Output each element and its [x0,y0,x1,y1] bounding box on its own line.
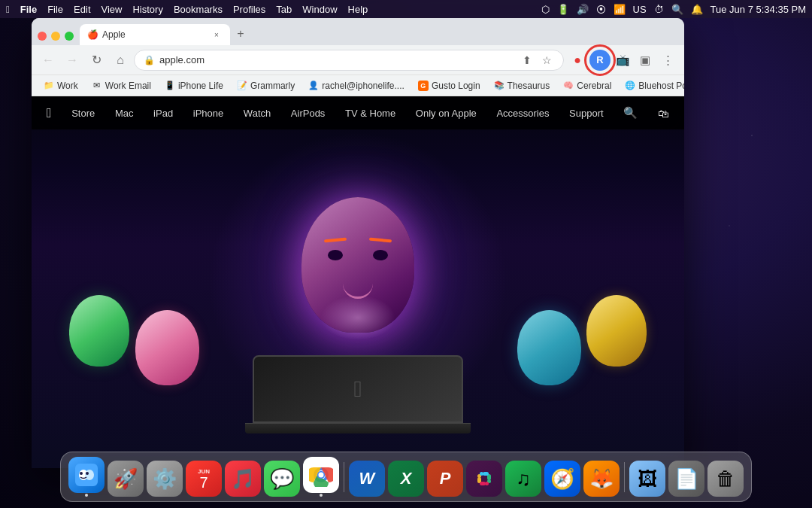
more-menu-button[interactable]: ⋮ [657,50,678,71]
dock-item-powerpoint[interactable]: P [427,461,463,497]
bookmark-thesaurus[interactable]: 📚 Thesaurus [488,78,556,94]
volume-icon[interactable]: 🔊 [577,4,589,15]
launchpad-icon[interactable]: 🚀 [108,461,144,497]
apple-nav-mac[interactable]: Mac [115,108,134,119]
bookmark-work[interactable]: 📁 Work [38,78,84,94]
bookmark-work-icon: 📁 [44,81,54,91]
apple-nav-store[interactable]: Store [71,108,95,119]
cast-icon[interactable]: 📺 [612,50,633,71]
menubar-history[interactable]: History [132,4,162,15]
trash-icon[interactable]: 🗑 [707,461,744,497]
minimize-button[interactable] [51,32,60,41]
split-view-icon[interactable]: ▣ [635,50,656,71]
menubar-tab[interactable]: Tab [276,4,292,15]
dock-item-spotify[interactable]: ♫ [505,461,541,497]
menubar-app-name[interactable]: File [20,4,37,15]
address-bar: ← → ↻ ⌂ 🔒 apple.com ⬆ ☆ ● R 📺 [32,45,684,75]
firefox-icon[interactable]: 🦊 [583,461,620,497]
dock-item-preview[interactable]: 🖼 [629,461,665,497]
messages-icon[interactable]: 💬 [264,461,300,497]
dock-item-files[interactable]: 📄 [668,461,704,497]
dock-item-excel[interactable]: X [388,461,424,497]
dock-item-safari[interactable]: 🧭 [544,461,580,497]
menubar-edit[interactable]: Edit [74,4,90,15]
bookmark-gusto[interactable]: G Gusto Login [412,78,486,94]
bookmark-iphonelife[interactable]: 📱 iPhone Life [159,78,229,94]
browser-tab[interactable]: 🍎 Apple × [80,24,230,45]
dock-item-slack[interactable] [466,461,502,497]
settings-icon[interactable]: ⚙️ [147,461,183,497]
finder-icon[interactable] [68,457,105,493]
close-button[interactable] [38,32,47,41]
excel-icon[interactable]: X [388,461,424,497]
calendar-icon[interactable]: JUN 7 [186,461,222,497]
tab-close-button[interactable]: × [211,29,223,41]
home-button[interactable]: ⌂ [110,50,131,71]
dock-item-settings[interactable]: ⚙️ [147,461,183,497]
apple-menu-icon[interactable]:  [6,4,10,15]
music-icon[interactable]: 🎵 [225,461,261,497]
tab-favicon: 🍎 [87,29,98,40]
profile-button[interactable]: R [589,50,611,71]
new-tab-button[interactable]: + [230,23,251,44]
url-bar[interactable]: 🔒 apple.com ⬆ ☆ [134,50,564,71]
dropbox-menubar-icon[interactable]: ⬡ [541,4,550,15]
apple-nav-airpods[interactable]: AirPods [291,108,326,119]
apple-nav-only-apple[interactable]: Only on Apple [416,108,477,119]
bookmark-rachel[interactable]: 👤 rachel@iphonelife.... [302,78,411,94]
menubar-view[interactable]: View [102,4,123,15]
back-button[interactable]: ← [38,50,59,71]
menubar-file[interactable]: File [47,4,63,15]
apple-bag-icon[interactable]: 🛍 [658,107,669,120]
screentime-icon[interactable]: ⏱ [654,4,664,15]
battery-icon[interactable]: 🔋 [557,4,569,15]
apple-nav-iphone[interactable]: iPhone [193,108,223,119]
word-icon[interactable]: W [349,461,385,497]
dock-item-calendar[interactable]: JUN 7 [186,461,222,497]
bookmark-work-label: Work [57,81,78,91]
dock-item-firefox[interactable]: 🦊 [583,461,620,497]
spotify-icon[interactable]: ♫ [505,461,541,497]
wifi-icon[interactable]: 📶 [614,4,626,15]
menubar-help[interactable]: Help [348,4,368,15]
apple-nav-watch[interactable]: Watch [244,108,271,119]
files-icon[interactable]: 📄 [668,461,704,497]
dock-item-word[interactable]: W [349,461,385,497]
dock-item-messages[interactable]: 💬 [264,461,300,497]
powerpoint-icon[interactable]: P [427,461,463,497]
preview-icon[interactable]: 🖼 [629,461,665,497]
forward-button[interactable]: → [62,50,83,71]
apple-nav-tv[interactable]: TV & Home [345,108,395,119]
bookmark-work-email[interactable]: ✉ Work Email [86,78,157,94]
chrome-icon[interactable] [303,457,339,493]
apple-nav-accessories[interactable]: Accessories [496,108,549,119]
bookmark-star-icon[interactable]: ☆ [539,53,554,68]
bluetooth-icon[interactable]: ⦿ [596,4,606,15]
dock-item-chrome[interactable] [303,457,339,497]
profile-button-wrapper: R [589,50,611,71]
safari-icon[interactable]: 🧭 [544,461,580,497]
slack-icon[interactable] [466,461,502,497]
apple-logo-nav[interactable]:  [47,105,52,121]
search-menubar-icon[interactable]: 🔍 [671,4,683,15]
maximize-button[interactable] [65,32,74,41]
notification-icon[interactable]: 🔔 [691,4,703,15]
bookmark-grammarly[interactable]: 📝 Grammarly [231,78,301,94]
menubar-bookmarks[interactable]: Bookmarks [174,4,223,15]
share-icon[interactable]: ⬆ [520,53,535,68]
profile-us-icon[interactable]: US [633,4,647,15]
apple-search-icon[interactable]: 🔍 [623,106,638,120]
apple-nav-support[interactable]: Support [569,108,604,119]
bookmark-cerebral[interactable]: 🧠 Cerebral [557,78,617,94]
bookmark-bluehost[interactable]: 🌐 Bluehost Portal [619,78,684,94]
extension-icon-1[interactable]: ● [567,50,588,71]
bookmark-grammarly-icon: 📝 [237,81,247,91]
apple-nav-ipad[interactable]: iPad [153,108,173,119]
menubar-profiles[interactable]: Profiles [233,4,265,15]
dock-item-launchpad[interactable]: 🚀 [108,461,144,497]
dock-item-trash[interactable]: 🗑 [707,461,744,497]
reload-button[interactable]: ↻ [86,50,107,71]
dock-item-finder[interactable] [68,457,105,497]
menubar-window[interactable]: Window [302,4,337,15]
dock-item-music[interactable]: 🎵 [225,461,261,497]
